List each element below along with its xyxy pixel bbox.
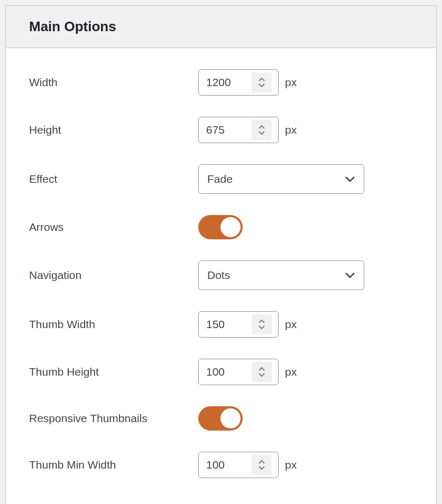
chevron-down-icon	[259, 130, 265, 135]
arrows-toggle[interactable]	[198, 215, 243, 239]
row-effect: Effect Fade	[29, 164, 413, 194]
chevron-up-icon	[259, 320, 265, 324]
effect-value: Fade	[207, 173, 345, 185]
chevron-up-icon	[259, 367, 265, 371]
label-width: Width	[29, 74, 198, 90]
input-wrap-thumb-height: px	[198, 359, 297, 385]
panel-title: Main Options	[29, 18, 413, 35]
thumb-height-stepper[interactable]	[252, 362, 272, 382]
height-input-wrap	[198, 117, 279, 143]
thumb-min-width-input[interactable]	[199, 452, 252, 478]
panel-body: Width px Height	[6, 48, 436, 504]
main-options-panel: Main Options Width px Height	[5, 5, 437, 504]
thumb-min-width-input-wrap	[198, 452, 279, 478]
label-effect: Effect	[29, 171, 198, 186]
thumb-min-width-stepper[interactable]	[252, 455, 272, 475]
chevron-up-icon	[259, 460, 265, 464]
width-stepper[interactable]	[252, 72, 272, 92]
width-input-wrap	[198, 69, 279, 96]
chevron-down-icon	[259, 372, 265, 377]
row-responsive-thumbs: Responsive Thumbnails	[29, 406, 413, 431]
navigation-value: Dots	[207, 269, 345, 282]
row-thumb-min-width: Thumb Min Width px	[29, 452, 413, 478]
label-responsive-thumbs: Responsive Thumbnails	[29, 410, 198, 426]
label-navigation: Navigation	[29, 267, 198, 283]
width-input[interactable]	[199, 70, 252, 95]
label-arrows: Arrows	[29, 219, 198, 235]
responsive-thumbs-toggle[interactable]	[198, 406, 243, 431]
chevron-up-icon	[259, 78, 265, 82]
height-input[interactable]	[199, 117, 252, 143]
chevron-down-icon	[259, 83, 265, 87]
row-thumb-height: Thumb Height px	[29, 359, 413, 385]
chevron-up-icon	[259, 125, 265, 129]
thumb-width-input-wrap	[198, 311, 279, 338]
thumb-height-input-wrap	[198, 359, 279, 385]
chevron-down-icon	[345, 272, 355, 278]
row-thumb-width: Thumb Width px	[29, 311, 413, 338]
panel-header: Main Options	[6, 6, 436, 48]
toggle-knob	[220, 408, 241, 428]
input-wrap-thumb-width: px	[198, 311, 297, 338]
row-height: Height px	[29, 117, 413, 143]
input-wrap-thumb-min-width: px	[198, 452, 297, 478]
label-height: Height	[29, 122, 198, 137]
thumb-width-stepper[interactable]	[252, 314, 272, 334]
effect-select[interactable]: Fade	[198, 164, 364, 194]
toggle-knob	[220, 217, 241, 237]
thumb-min-width-unit: px	[285, 459, 297, 471]
width-unit: px	[285, 76, 297, 89]
row-navigation: Navigation Dots	[29, 260, 413, 290]
label-thumb-height: Thumb Height	[29, 364, 198, 379]
chevron-down-icon	[259, 325, 265, 329]
row-arrows: Arrows	[29, 215, 413, 239]
label-thumb-width: Thumb Width	[29, 316, 198, 332]
row-width: Width px	[29, 69, 413, 96]
thumb-width-input[interactable]	[199, 312, 252, 337]
input-wrap-width: px	[198, 69, 297, 96]
label-thumb-min-width: Thumb Min Width	[29, 457, 198, 472]
input-wrap-height: px	[198, 117, 297, 143]
thumb-width-unit: px	[285, 318, 297, 331]
chevron-down-icon	[345, 176, 355, 182]
chevron-down-icon	[259, 465, 265, 470]
height-unit: px	[285, 124, 297, 136]
navigation-select[interactable]: Dots	[198, 260, 364, 290]
thumb-height-unit: px	[285, 366, 297, 378]
thumb-height-input[interactable]	[199, 359, 252, 385]
height-stepper[interactable]	[252, 120, 272, 140]
